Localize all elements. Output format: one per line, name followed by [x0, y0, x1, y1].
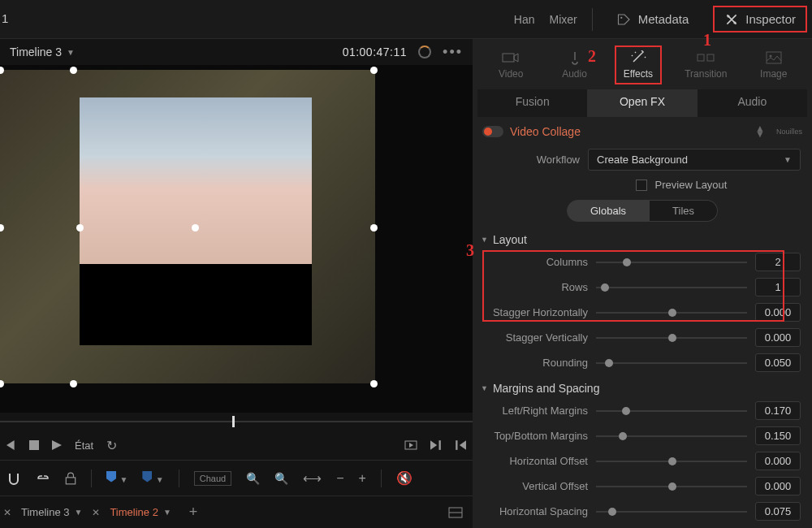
chevron-down-icon: ▼	[784, 155, 792, 164]
close-tab-button[interactable]: ✕	[92, 507, 100, 518]
rounding-row: Rounding 0.050	[473, 350, 812, 375]
slider-handle[interactable]	[668, 334, 676, 342]
v-offset-value[interactable]: 0.000	[755, 477, 801, 496]
preview-checkbox[interactable]	[636, 180, 647, 191]
flag-darkblue-dropdown[interactable]: ▼	[142, 471, 163, 486]
magnet-icon[interactable]	[6, 472, 21, 485]
stagger-h-value[interactable]: 0.000	[755, 303, 801, 322]
mixer-button[interactable]: Mixer	[550, 13, 577, 26]
tile-handle[interactable]	[192, 224, 199, 232]
timeline-dropdown[interactable]: Timeline 3 ▼	[10, 45, 75, 58]
rows-slider[interactable]	[596, 287, 747, 288]
slider-handle[interactable]	[601, 283, 609, 292]
transform-handle[interactable]	[370, 380, 378, 387]
zoom-in-icon[interactable]: 🔍	[246, 472, 260, 485]
flag-blue-dropdown[interactable]: ▼	[106, 471, 127, 486]
h-offset-slider[interactable]	[596, 461, 747, 462]
minus-button[interactable]: −	[336, 471, 343, 486]
columns-slider[interactable]	[596, 262, 747, 263]
add-timeline-button[interactable]: +	[181, 500, 206, 524]
pill-globals[interactable]: Globals	[567, 200, 650, 222]
v-offset-slider[interactable]	[596, 486, 747, 487]
scrub-playhead[interactable]	[232, 416, 235, 427]
metadata-button[interactable]: Metadata	[607, 7, 699, 31]
viewer-canvas[interactable]	[0, 65, 473, 413]
tb-margin-value[interactable]: 0.150	[755, 426, 801, 445]
mute-icon[interactable]: 🔇	[396, 470, 412, 486]
link-icon[interactable]	[36, 473, 50, 484]
divider	[592, 8, 593, 31]
h-spacing-slider[interactable]	[596, 511, 747, 513]
tab-audio[interactable]: Audio	[551, 47, 598, 83]
timeline-tab-2[interactable]: Timeline 2 ▼	[102, 501, 179, 523]
prev-clip-button[interactable]	[455, 440, 466, 450]
svg-rect-6	[456, 440, 457, 450]
pill-tiles[interactable]: Tiles	[650, 200, 718, 222]
effect-enable-toggle[interactable]	[482, 126, 503, 137]
zoom-fit-icon[interactable]: 🔍	[274, 472, 288, 485]
chevron-down-icon: ▼	[119, 475, 127, 484]
transform-handle[interactable]	[70, 67, 77, 74]
slider-handle[interactable]	[608, 508, 616, 516]
close-tab-button[interactable]: ✕	[3, 507, 11, 518]
transform-handle[interactable]	[70, 380, 77, 387]
inspector-button[interactable]: Inspector	[713, 6, 807, 32]
match-frame-button[interactable]	[404, 440, 417, 450]
slider-handle[interactable]	[668, 457, 676, 465]
h-spacing-value[interactable]: 0.075	[755, 502, 801, 521]
rows-value[interactable]: 1	[755, 278, 801, 296]
stagger-h-slider[interactable]	[596, 312, 747, 314]
tab-image[interactable]: Image	[750, 47, 797, 83]
prev-frame-button[interactable]	[6, 440, 16, 450]
subtab-audio[interactable]: Audio	[698, 89, 807, 117]
inspector-label: Inspector	[745, 12, 796, 26]
timeline-tab-label: Timeline 3	[21, 506, 69, 518]
stagger-v-slider[interactable]	[596, 337, 747, 339]
section-layout[interactable]: ▼ Layout	[473, 227, 812, 249]
plus-button[interactable]: +	[358, 471, 365, 486]
slider-handle[interactable]	[668, 309, 676, 317]
rounding-value[interactable]: 0.050	[755, 353, 801, 372]
tb-margin-row: Top/Bottom Margins 0.150	[473, 423, 812, 448]
columns-label: Columns	[484, 256, 588, 268]
scrub-bar[interactable]	[0, 413, 473, 431]
tile-handle[interactable]	[76, 224, 84, 232]
timeline-tab-1[interactable]: Timeline 3 ▼	[13, 501, 90, 523]
slider-handle[interactable]	[668, 483, 676, 491]
lr-margin-slider[interactable]	[596, 410, 747, 412]
h-offset-value[interactable]: 0.000	[755, 452, 801, 470]
viewer-menu-button[interactable]: •••	[443, 44, 463, 61]
tab-transition[interactable]: Transition	[678, 47, 733, 83]
play-button[interactable]	[52, 440, 62, 450]
clip-tile[interactable]	[80, 97, 312, 264]
lock-icon[interactable]	[65, 472, 76, 485]
subtab-fusion[interactable]: Fusion	[477, 89, 587, 117]
loop-button[interactable]: ↻	[106, 438, 117, 453]
slider-handle[interactable]	[605, 359, 613, 367]
next-clip-button[interactable]	[430, 440, 442, 450]
transform-handle[interactable]	[370, 224, 378, 232]
section-margins[interactable]: ▼ Margins and Spacing	[473, 375, 812, 398]
lr-margin-value[interactable]: 0.170	[755, 401, 801, 420]
scale-icon[interactable]: ⟷	[303, 470, 322, 486]
timeline-view-button[interactable]	[442, 504, 469, 522]
slider-handle[interactable]	[622, 407, 630, 415]
timecode-display[interactable]: 01:00:47:11	[343, 45, 407, 58]
stagger-v-value[interactable]: 0.000	[755, 328, 801, 347]
transform-handle[interactable]	[0, 380, 4, 387]
tb-margin-slider[interactable]	[596, 435, 747, 437]
tab-video[interactable]: Video	[487, 47, 534, 83]
slider-handle[interactable]	[619, 432, 627, 440]
tab-effects[interactable]: Effects	[615, 45, 662, 84]
slider-handle[interactable]	[623, 258, 631, 266]
reorder-icon[interactable]: ▲▼	[755, 126, 765, 137]
chaud-box[interactable]: Chaud	[194, 471, 231, 486]
workflow-select[interactable]: Create Background ▼	[588, 149, 801, 171]
stop-button[interactable]	[29, 440, 39, 450]
rounding-slider[interactable]	[596, 362, 747, 364]
stagger-v-label: Stagger Vertically	[484, 331, 588, 344]
columns-value[interactable]: 2	[755, 253, 801, 271]
color-ring-icon[interactable]	[418, 45, 431, 58]
transform-handle[interactable]	[370, 67, 378, 74]
subtab-openfx[interactable]: Open FX	[587, 89, 697, 117]
